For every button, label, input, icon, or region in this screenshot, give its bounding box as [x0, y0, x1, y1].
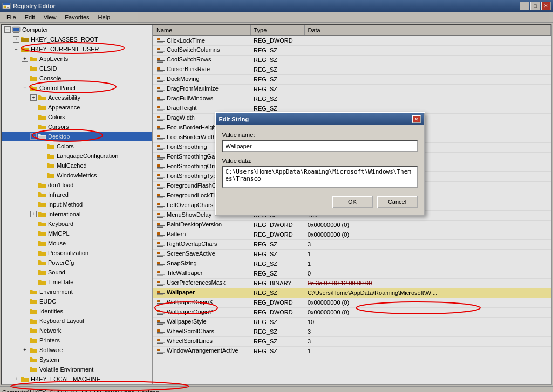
value-data-textarea[interactable] — [222, 166, 418, 188]
value-data-label: Value data: — [222, 157, 418, 164]
edit-string-dialog: Edit String ✕ Value name: Value data: OK… — [215, 112, 425, 216]
dialog-body: Value name: Value data: OK Cancel — [216, 125, 424, 215]
modal-overlay: Edit String ✕ Value name: Value data: OK… — [0, 0, 553, 392]
dialog-title-text: Edit String — [219, 116, 249, 122]
value-name-input[interactable] — [222, 140, 418, 152]
ok-button[interactable]: OK — [332, 196, 373, 208]
cancel-button[interactable]: Cancel — [377, 196, 418, 208]
dialog-close-button[interactable]: ✕ — [412, 115, 421, 123]
dialog-buttons: OK Cancel — [222, 196, 418, 208]
dialog-title-bar: Edit String ✕ — [216, 113, 424, 125]
value-name-label: Value name: — [222, 132, 418, 138]
